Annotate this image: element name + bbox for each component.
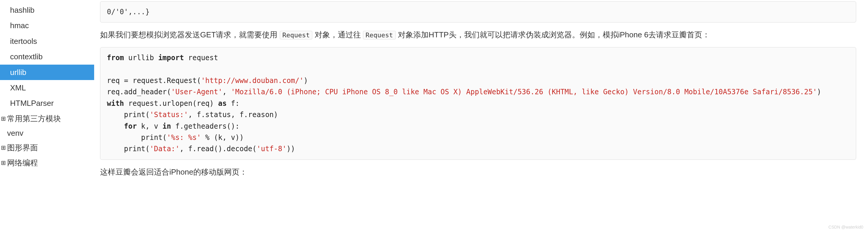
code-text: request xyxy=(184,54,218,62)
code-string: 'Data:' xyxy=(150,145,180,153)
code-text: f: xyxy=(227,99,240,108)
sidebar-item-urllib[interactable]: urllib xyxy=(0,65,94,80)
code-text xyxy=(107,122,124,130)
code-text: % (k, v)) xyxy=(201,134,244,142)
code-string: 'http://www.douban.com/' xyxy=(201,77,304,85)
sidebar-group-label: 图形界面 xyxy=(7,143,38,153)
sidebar-item-itertools[interactable]: itertools xyxy=(0,33,94,49)
code-keyword-for: for xyxy=(124,122,137,130)
code-text: , xyxy=(222,88,231,96)
code-text: print( xyxy=(107,134,167,142)
code-string: 'utf-8' xyxy=(257,145,286,153)
sidebar-group-label: 常用第三方模块 xyxy=(7,114,61,124)
code-text: f.getheaders(): xyxy=(171,122,240,130)
code-string: 'User-Agent' xyxy=(171,88,222,96)
code-string: '%s: %s' xyxy=(167,134,201,142)
paragraph: 这样豆瓣会返回适合iPhone的移动版网页： xyxy=(100,165,856,179)
watermark-text: CSDN @waterkid0 xyxy=(828,225,863,229)
code-keyword-from: from xyxy=(107,54,124,62)
sidebar: hashlib hmac itertools contextlib urllib… xyxy=(0,0,94,233)
expand-icon: ⊞ xyxy=(1,159,6,166)
code-text: k, v xyxy=(137,122,162,130)
sidebar-group-venv[interactable]: venv xyxy=(0,126,94,140)
code-text: request.urlopen(req) xyxy=(124,99,218,108)
code-string: 'Status:' xyxy=(150,111,188,119)
expand-icon: ⊞ xyxy=(1,144,6,151)
text: 对象添加HTTP头，我们就可以把请求伪装成浏览器。例如，模拟iPhone 6去请… xyxy=(396,30,710,39)
code-text: ) xyxy=(817,88,821,96)
inline-code-request: Request xyxy=(363,31,396,39)
code-text: print( xyxy=(107,111,150,119)
code-text: req = request.Request( xyxy=(107,77,201,85)
code-keyword-import: import xyxy=(158,54,184,62)
text: 如果我们要想模拟浏览器发送GET请求，就需要使用 xyxy=(100,30,280,39)
code-text: )) xyxy=(286,145,295,153)
code-text: , f.status, f.reason) xyxy=(188,111,278,119)
code-block-partial: 0/'0',...} xyxy=(100,1,856,23)
sidebar-group-network[interactable]: ⊞ 网络编程 xyxy=(0,155,94,171)
sidebar-item-hmac[interactable]: hmac xyxy=(0,18,94,33)
sidebar-group-gui[interactable]: ⊞ 图形界面 xyxy=(0,140,94,155)
sidebar-group-thirdparty[interactable]: ⊞ 常用第三方模块 xyxy=(0,111,94,126)
code-keyword-with: with xyxy=(107,99,124,108)
sidebar-item-contextlib[interactable]: contextlib xyxy=(0,49,94,64)
code-block-main: from urllib import request req = request… xyxy=(100,47,856,160)
expand-icon: ⊞ xyxy=(1,115,6,122)
code-text: urllib xyxy=(124,54,158,62)
sidebar-item-htmlparser[interactable]: HTMLParser xyxy=(0,95,94,111)
code-text: req.add_header( xyxy=(107,88,171,96)
sidebar-item-xml[interactable]: XML xyxy=(0,80,94,95)
sidebar-group-label: venv xyxy=(7,129,23,138)
code-keyword-as: as xyxy=(218,99,227,108)
paragraph: 如果我们要想模拟浏览器发送GET请求，就需要使用 Request 对象，通过往 … xyxy=(100,28,856,42)
code-keyword-in: in xyxy=(162,122,171,130)
code-text: print( xyxy=(107,145,150,153)
text: 对象，通过往 xyxy=(312,30,363,39)
article-content: 0/'0',...} 如果我们要想模拟浏览器发送GET请求，就需要使用 Requ… xyxy=(94,0,868,233)
sidebar-item-hashlib[interactable]: hashlib xyxy=(0,2,94,18)
code-fragment: 0/'0',...} xyxy=(107,8,150,16)
code-text: ) xyxy=(304,77,308,85)
inline-code-request: Request xyxy=(280,31,313,39)
code-string: 'Mozilla/6.0 (iPhone; CPU iPhone OS 8_0 … xyxy=(231,88,817,96)
code-text: , f.read().decode( xyxy=(180,145,257,153)
sidebar-group-label: 网络编程 xyxy=(7,158,38,168)
